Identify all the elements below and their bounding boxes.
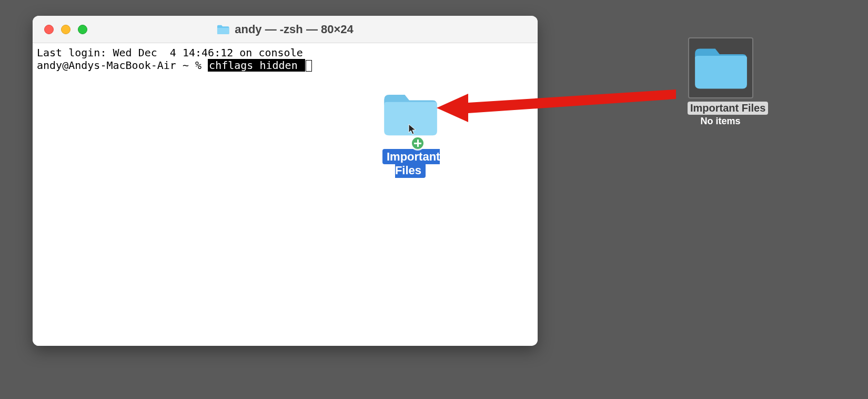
dragged-folder-label: Important Files [382,149,440,178]
command-highlight: chflags hidden [208,59,305,72]
copy-plus-badge-icon [410,136,425,151]
terminal-output[interactable]: Last login: Wed Dec 4 14:46:12 on consol… [33,43,538,346]
terminal-window[interactable]: andy — -zsh — 80×24 Last login: Wed Dec … [33,16,538,346]
desktop-folder-subtitle: No items [688,116,753,127]
minimize-window-button[interactable] [61,25,70,34]
folder-icon [693,45,748,91]
prompt-text: andy@Andys-MacBook-Air ~ % [37,59,208,72]
window-titlebar[interactable]: andy — -zsh — 80×24 [33,16,538,43]
close-window-button[interactable] [44,25,54,34]
dragged-folder[interactable]: Important Files [382,91,438,177]
window-title-text: andy — -zsh — 80×24 [235,23,354,36]
login-line: Last login: Wed Dec 4 14:46:12 on consol… [37,46,303,59]
window-title: andy — -zsh — 80×24 [33,23,538,36]
dragged-folder-label-wrap: Important Files [382,150,438,177]
dragged-folder-icon-wrap [382,91,438,137]
desktop-folder[interactable]: Important Files No items [688,37,753,127]
desktop-folder-label: Important Files [688,102,768,115]
folder-icon [217,24,229,35]
traffic-lights [33,25,87,34]
desktop-folder-selection [688,37,753,98]
zoom-window-button[interactable] [78,25,87,34]
text-cursor [306,60,312,72]
